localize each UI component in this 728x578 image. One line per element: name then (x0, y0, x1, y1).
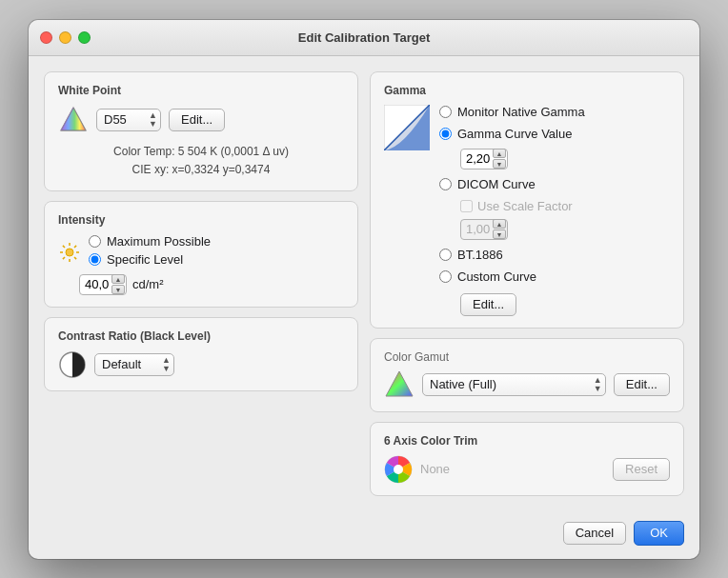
spin-up-icon[interactable]: ▲ (111, 274, 125, 284)
svg-line-11 (63, 257, 65, 259)
custom-curve-label: Custom Curve (457, 269, 536, 284)
gamma-curve-row: Gamma Curve Value (439, 127, 585, 141)
monitor-native-row: Monitor Native Gamma (439, 105, 585, 119)
close-button[interactable] (40, 31, 52, 44)
custom-curve-row: Custom Curve (439, 269, 585, 284)
spin-down-icon[interactable]: ▼ (111, 285, 125, 294)
white-point-select-wrapper[interactable]: D55 D50 D65 D75 Native ▲ ▼ (96, 109, 161, 131)
color-temp-text: Color Temp: 5 504 K (0,0001 Δ uv) CIE xy… (58, 143, 344, 179)
use-scale-label: Use Scale Factor (477, 199, 573, 213)
gamut-select[interactable]: Native (Full) sRGB AdobeRGB (422, 373, 606, 396)
use-scale-row: Use Scale Factor (460, 199, 585, 213)
maximize-button[interactable] (78, 31, 91, 44)
gamma-title: Gamma (384, 84, 670, 97)
dicom-radio[interactable] (439, 178, 452, 190)
gamma-edit-button[interactable]: Edit... (460, 293, 516, 316)
gamut-select-wrapper[interactable]: Native (Full) sRGB AdobeRGB ▲ ▼ (422, 373, 606, 396)
custom-curve-radio[interactable] (439, 270, 452, 283)
svg-marker-1 (61, 108, 86, 130)
contrast-select-wrapper[interactable]: Default Minimum ▲ ▼ (94, 353, 174, 376)
sun-icon (58, 241, 81, 264)
window-controls (40, 31, 91, 44)
contrast-select[interactable]: Default Minimum (94, 353, 174, 376)
gamma-curve-radio[interactable] (439, 128, 452, 140)
specific-unit: cd/m² (132, 277, 164, 291)
svg-line-12 (74, 246, 76, 248)
gamma-radio-group: Monitor Native Gamma Gamma Curve Value ▲ (439, 105, 585, 316)
color-temp-value: Color Temp: 5 504 K (0,0001 Δ uv) (113, 145, 289, 158)
scale-input-wrapper: ▲ ▼ (460, 219, 508, 240)
minimize-button[interactable] (59, 31, 71, 44)
scale-spin: ▲ ▼ (493, 219, 506, 239)
gamma-spin-up-icon[interactable]: ▲ (493, 149, 506, 158)
cancel-button[interactable]: Cancel (563, 522, 626, 545)
white-point-title: White Point (58, 84, 344, 97)
color-gamut-title: Color Gamut (384, 350, 670, 364)
svg-point-19 (394, 465, 403, 474)
white-point-controls: D55 D50 D65 D75 Native ▲ ▼ Edit... (58, 105, 344, 135)
gamma-value-row: ▲ ▼ (460, 149, 585, 169)
svg-point-4 (66, 249, 73, 256)
gamut-edit-button[interactable]: Edit... (614, 373, 670, 396)
gamma-input-wrapper: ▲ ▼ (460, 149, 508, 169)
contrast-title: Contrast Ratio (Black Level) (58, 329, 344, 343)
svg-line-9 (63, 246, 65, 248)
six-axis-value: None (420, 462, 605, 476)
window-title: Edit Calibration Target (298, 30, 430, 45)
scale-input-row: ▲ ▼ (460, 219, 585, 240)
specific-input-wrapper: ▲ ▼ (79, 274, 127, 295)
white-point-select[interactable]: D55 D50 D65 D75 Native (96, 109, 161, 131)
white-point-edit-button[interactable]: Edit... (169, 109, 225, 131)
gamma-chart-icon (384, 105, 430, 150)
ok-button[interactable]: OK (634, 521, 684, 546)
specific-level-label: Specific Level (107, 252, 183, 267)
monitor-native-radio[interactable] (439, 106, 452, 118)
max-possible-label: Maximum Possible (107, 234, 211, 249)
six-axis-reset-button[interactable]: Reset (613, 458, 670, 481)
contrast-icon (58, 350, 87, 379)
contrast-section: Contrast Ratio (Black Level) Default Min… (44, 317, 358, 391)
left-panel: White Point (44, 71, 358, 496)
footer: Cancel OK (29, 511, 699, 559)
color-wheel-icon (384, 455, 413, 484)
svg-marker-16 (386, 371, 413, 396)
max-possible-radio[interactable] (89, 235, 101, 248)
gamut-icon (384, 369, 415, 400)
six-axis-controls: None Reset (384, 455, 670, 484)
intensity-title: Intensity (58, 213, 344, 227)
window: Edit Calibration Target White Point (29, 20, 699, 559)
gamma-main: Monitor Native Gamma Gamma Curve Value ▲ (384, 105, 670, 316)
color-gamut-controls: Native (Full) sRGB AdobeRGB ▲ ▼ Edit... (384, 369, 670, 400)
gamma-spin-down-icon[interactable]: ▼ (493, 159, 506, 169)
cie-xy-value: CIE xy: x=0,3324 y=0,3474 (132, 163, 271, 176)
main-content: White Point (29, 56, 699, 511)
specific-value-row: ▲ ▼ cd/m² (79, 274, 344, 295)
dicom-row: DICOM Curve (439, 177, 585, 191)
intensity-radio-group: Maximum Possible Specific Level (89, 234, 211, 270)
scale-spin-down-icon[interactable]: ▼ (493, 229, 506, 239)
bt1886-label: BT.1886 (457, 248, 503, 262)
max-possible-row: Maximum Possible (89, 234, 211, 249)
bt1886-row: BT.1886 (439, 248, 585, 262)
contrast-controls: Default Minimum ▲ ▼ (58, 350, 344, 379)
specific-level-row: Specific Level (89, 252, 211, 267)
specific-level-radio[interactable] (89, 253, 101, 266)
intensity-section: Intensity (44, 201, 358, 308)
specific-spin: ▲ ▼ (111, 274, 125, 294)
scale-spin-up-icon[interactable]: ▲ (493, 219, 506, 229)
color-gamut-section: Color Gamut (370, 338, 684, 412)
bt1886-radio[interactable] (439, 249, 452, 261)
right-panel: Gamma Monitor Native Gamma (370, 71, 684, 496)
use-scale-checkbox[interactable] (460, 200, 473, 212)
dicom-label: DICOM Curve (457, 177, 536, 191)
six-axis-title: 6 Axis Color Trim (384, 434, 670, 448)
gamma-curve-label: Gamma Curve Value (457, 127, 572, 141)
six-axis-section: 6 Axis Color Trim (370, 422, 684, 496)
prism-icon (58, 105, 89, 135)
intensity-controls: Maximum Possible Specific Level (58, 234, 344, 270)
gamma-section: Gamma Monitor Native Gamma (370, 71, 684, 329)
titlebar: Edit Calibration Target (29, 20, 699, 56)
gamma-spin: ▲ ▼ (493, 149, 506, 169)
svg-line-10 (74, 257, 76, 259)
monitor-native-label: Monitor Native Gamma (457, 105, 585, 119)
